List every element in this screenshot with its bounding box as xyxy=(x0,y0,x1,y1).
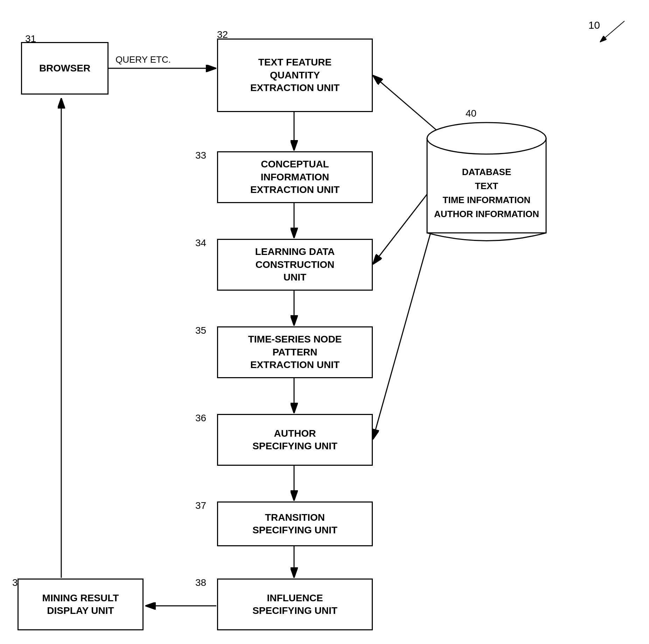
svg-line-20 xyxy=(600,21,624,42)
svg-point-15 xyxy=(427,123,546,154)
text-feature-box: TEXT FEATUREQUANTITYEXTRACTION UNIT xyxy=(217,39,373,112)
learning-box: LEARNING DATACONSTRUCTIONUNIT xyxy=(217,239,373,291)
svg-text:TIME INFORMATION: TIME INFORMATION xyxy=(443,195,531,205)
ref-10-arrow xyxy=(589,18,631,46)
diagram: 10 31 BROWSER QUERY ETC. 32 TEXT FEATURE… xyxy=(0,0,649,644)
ref-35: 35 xyxy=(195,325,206,336)
transition-box: TRANSITIONSPECIFYING UNIT xyxy=(217,501,373,546)
query-label: QUERY ETC. xyxy=(116,54,171,65)
mining-box: MINING RESULTDISPLAY UNIT xyxy=(18,579,144,630)
database-cylinder: DATABASE TEXT TIME INFORMATION AUTHOR IN… xyxy=(420,119,553,252)
influence-box: INFLUENCESPECIFYING UNIT xyxy=(217,579,373,630)
time-series-box: TIME-SERIES NODEPATTERNEXTRACTION UNIT xyxy=(217,326,373,378)
ref-34: 34 xyxy=(195,237,206,249)
browser-box: BROWSER xyxy=(21,42,109,95)
svg-text:DATABASE: DATABASE xyxy=(462,167,511,177)
svg-text:TEXT: TEXT xyxy=(475,181,498,191)
author-box: AUTHORSPECIFYING UNIT xyxy=(217,414,373,466)
svg-text:AUTHOR INFORMATION: AUTHOR INFORMATION xyxy=(434,209,539,219)
ref-38: 38 xyxy=(195,577,206,588)
ref-37: 37 xyxy=(195,500,206,511)
ref-33: 33 xyxy=(195,150,206,161)
ref-36: 36 xyxy=(195,413,206,424)
ref-40: 40 xyxy=(466,108,476,119)
conceptual-box: CONCEPTUALINFORMATIONEXTRACTION UNIT xyxy=(217,151,373,203)
